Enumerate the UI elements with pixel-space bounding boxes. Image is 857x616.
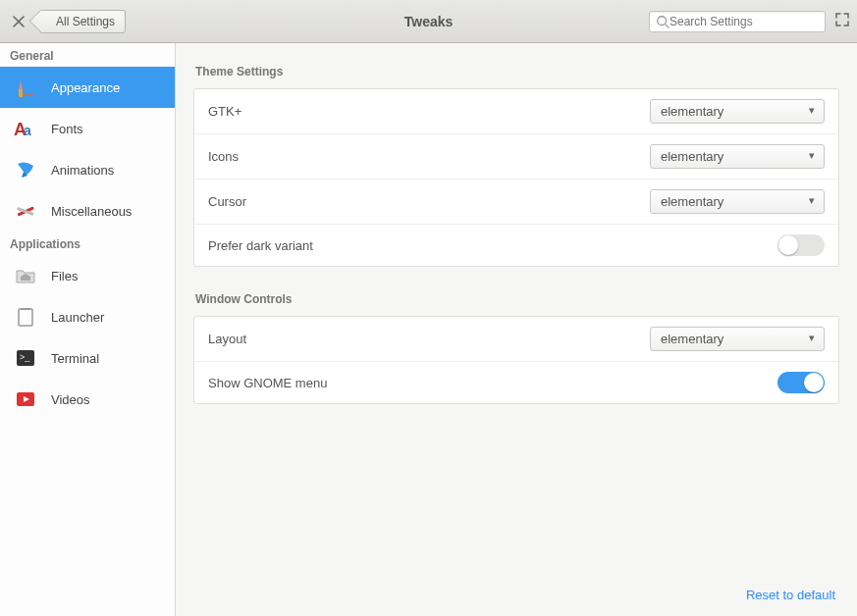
main-content: Theme Settings GTK+ elementary Icons ele… [176,43,857,616]
sidebar-item-miscellaneous[interactable]: Miscellaneous [0,190,175,231]
row-label: GTK+ [208,104,241,119]
sidebar-item-terminal[interactable]: >_ Terminal [0,337,175,379]
sidebar-item-fonts[interactable]: Aa Fonts [0,108,175,149]
footer: Reset to default [193,578,839,616]
svg-rect-7 [21,308,30,310]
svg-rect-1 [24,93,33,96]
files-icon [12,262,39,289]
sidebar-item-label: Miscellaneous [51,204,132,219]
sidebar-item-label: Videos [51,392,90,407]
back-button-label: All Settings [56,15,115,28]
row-label: Icons [208,149,239,164]
select-value: elementary [661,194,723,209]
row-gnome-menu: Show GNOME menu [194,362,838,403]
row-layout: Layout elementary [194,317,838,362]
appearance-icon [12,74,39,101]
sidebar-header-applications: Applications [0,231,175,255]
sidebar-item-launcher[interactable]: Launcher [0,296,175,337]
window-controls-card: Layout elementary Show GNOME menu [193,316,839,404]
row-label: Prefer dark variant [208,238,313,253]
theme-settings-card: GTK+ elementary Icons elementary Cursor … [193,88,839,267]
sidebar-item-label: Files [51,269,78,283]
select-value: elementary [661,332,723,346]
sidebar-item-videos[interactable]: Videos [0,379,175,420]
row-icons: Icons elementary [194,134,838,180]
sidebar-item-label: Fonts [51,122,83,136]
search-field[interactable] [649,11,826,32]
sidebar-item-label: Appearance [51,80,120,95]
row-label: Cursor [208,194,246,209]
sidebar-item-label: Terminal [51,351,99,366]
row-dark-variant: Prefer dark variant [194,225,838,266]
window-title: Tweaks [404,14,454,29]
svg-text:>_: >_ [20,352,30,362]
icons-select[interactable]: elementary [650,144,825,169]
header-bar: All Settings Tweaks [0,0,857,43]
select-value: elementary [661,149,723,164]
animations-icon [12,156,39,183]
sidebar-header-general: General [0,43,175,67]
sidebar-item-appearance[interactable]: Appearance [0,67,175,108]
cursor-select[interactable]: elementary [650,189,825,214]
svg-rect-6 [19,309,32,326]
close-icon [13,16,25,27]
launcher-icon [12,303,39,331]
layout-select[interactable]: elementary [650,327,825,351]
section-header-theme: Theme Settings [195,65,839,78]
terminal-icon: >_ [12,344,39,372]
switch-knob [778,235,798,255]
search-input[interactable] [670,15,819,28]
fullscreen-button[interactable] [835,13,849,29]
switch-knob [804,373,824,392]
miscellaneous-icon [12,197,39,225]
sidebar: General Appearance Aa Fonts Animations M… [0,43,176,616]
gnome-menu-switch[interactable] [777,372,825,393]
videos-icon [12,385,39,413]
row-gtk: GTK+ elementary [194,89,838,134]
section-header-window: Window Controls [195,292,839,306]
fonts-icon: Aa [12,115,39,142]
sidebar-item-label: Animations [51,163,114,178]
select-value: elementary [661,104,723,119]
gtk-select[interactable]: elementary [650,99,825,124]
sidebar-item-animations[interactable]: Animations [0,149,175,190]
row-label: Layout [208,332,246,346]
fullscreen-icon [835,13,849,26]
close-button[interactable] [8,11,29,32]
row-label: Show GNOME menu [208,376,327,390]
search-icon [656,15,670,28]
dark-variant-switch[interactable] [777,234,825,256]
back-button[interactable]: All Settings [39,10,126,33]
sidebar-item-label: Launcher [51,310,104,325]
reset-link[interactable]: Reset to default [746,588,835,602]
row-cursor: Cursor elementary [194,180,838,225]
svg-text:a: a [24,123,31,138]
sidebar-item-files[interactable]: Files [0,255,175,296]
